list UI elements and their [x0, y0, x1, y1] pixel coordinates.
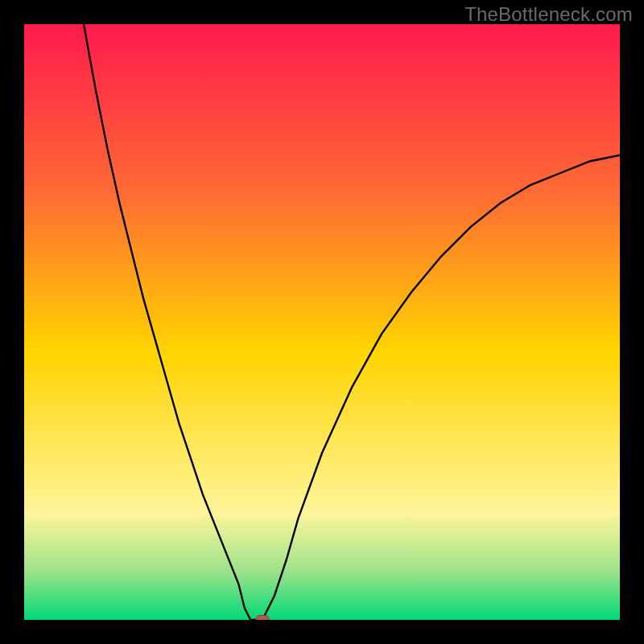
chart-frame: TheBottleneck.com	[0, 0, 644, 644]
plot-area	[24, 24, 620, 620]
plot-svg	[24, 24, 620, 620]
watermark-text: TheBottleneck.com	[464, 3, 633, 26]
gradient-background	[24, 24, 620, 620]
indicator-dot	[256, 616, 269, 621]
